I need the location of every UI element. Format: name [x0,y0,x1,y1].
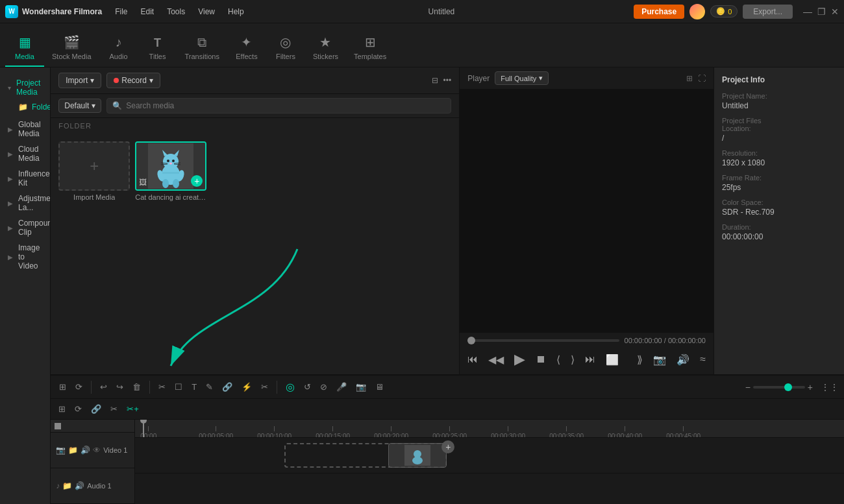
timeline-fx-button[interactable]: ⚡ [238,380,255,394]
zoom-in-icon[interactable]: + [808,382,813,392]
sidebar-folder[interactable]: 📁 Folder [0,100,50,114]
tab-stickers[interactable]: ★ Stickers [305,30,346,67]
tl-sub-cut-button[interactable]: ✂ [108,403,120,415]
timeline-group-button[interactable]: 🔗 [219,380,236,394]
sidebar-item-influence-kit[interactable]: ▶ Influence Kit [0,166,50,191]
sidebar-item-global-media[interactable]: ▶ Global Media [0,117,50,141]
timeline-crop-button[interactable]: ☐ [171,380,186,394]
folder-icon: 📁 [18,102,28,112]
menu-file[interactable]: File [110,6,132,18]
player-progress-thumb[interactable] [467,337,475,344]
play-button[interactable]: ▶ [514,351,525,368]
timeline-mic-button[interactable]: 🎤 [333,380,350,394]
timeline-more-icon[interactable]: ⋮⋮ [821,382,839,392]
player-progress-bar[interactable] [467,339,619,342]
timeline-loop-button[interactable]: ↺ [301,380,314,394]
cat-clip-thumb[interactable]: 🖼 + [135,141,206,191]
mark-out-button[interactable]: ⟩ [571,354,575,366]
audio1-icon[interactable]: ♪ [56,481,60,490]
audio-button[interactable]: 🔊 [676,354,689,366]
import-thumb[interactable]: + [58,141,130,191]
sidebar-item-image-to-video[interactable]: ▶ Image to Video [0,240,50,274]
playhead-head[interactable] [140,420,147,424]
tab-transitions[interactable]: ⧉ Transitions [177,31,227,67]
timeline-marker-button[interactable]: ⊘ [317,380,330,394]
menu-view[interactable]: View [193,6,220,18]
playhead[interactable] [143,420,144,437]
audio-track-icon[interactable]: 🔊 [81,446,90,455]
timeline-delete-button[interactable]: 🗑 [129,380,144,394]
camera-track-icon[interactable]: 📷 [56,446,66,455]
eye-track-icon[interactable]: 👁 [93,446,101,455]
settings-button[interactable]: ≈ [700,354,706,365]
mark-in-button[interactable]: ⟨ [556,354,560,366]
playhead-handle[interactable] [55,423,61,429]
fullscreen-icon[interactable]: ⛶ [698,74,706,83]
stop-button[interactable]: ⏹ [536,354,546,365]
tab-effects[interactable]: ✦ Effects [227,30,266,67]
tab-templates[interactable]: ⊞ Templates [346,30,394,67]
cat-clip-item[interactable]: 🖼 + Cat dancing ai created... [135,141,206,201]
timeline-undo-button[interactable]: ↩ [97,380,110,394]
tab-titles[interactable]: T Titles [138,32,177,67]
audio1-volume-icon[interactable]: 🔊 [75,481,84,490]
quality-select[interactable]: Full Quality ▾ [495,71,549,85]
zoom-slider[interactable] [753,386,805,389]
search-input[interactable] [126,101,445,110]
timeline-speed-button[interactable]: ◎ [282,379,298,395]
timeline-redo-button[interactable]: ↪ [113,380,127,394]
prev-frame-button[interactable]: ⏮ [467,354,478,365]
lock-track-icon[interactable]: 📁 [68,446,78,455]
timeline-cut-button[interactable]: ✂ [155,380,169,394]
timeline-text-button[interactable]: T [188,380,200,394]
sidebar-item-cloud-media[interactable]: ▶ Cloud Media [0,141,50,166]
audio1-track-row [135,474,844,504]
add-marker-button[interactable]: ⟫ [637,354,643,366]
import-media-item[interactable]: + Import Media [58,141,130,201]
timeline-camera-button[interactable]: 📷 [353,380,369,394]
user-avatar[interactable] [689,4,705,19]
default-select[interactable]: Default ▾ [58,99,101,113]
tl-sub-ripple-button[interactable]: ✂+ [124,403,142,415]
player-timeline: 00:00:00:00 / 00:00:00:00 ⏮ ◀◀ ▶ ⏹ ⟨ ⟩ ⏭ [460,333,714,374]
project-files-value: / [722,134,836,143]
rewind-button[interactable]: ◀◀ [488,354,504,366]
menu-tools[interactable]: Tools [162,6,190,18]
tl-sub-grid-button[interactable]: ⊞ [56,403,68,415]
export-button[interactable]: Export... [743,5,793,19]
media-more-icon[interactable]: ••• [443,76,452,85]
sidebar-item-compound-clip[interactable]: ▶ Compound Clip [0,215,50,240]
next-frame-button[interactable]: ⏭ [585,354,595,365]
close-button[interactable]: ✕ [831,6,839,17]
maximize-button[interactable]: ❐ [817,6,826,17]
sidebar-item-project-media[interactable]: ▾ Project Media [0,75,50,100]
timeline-screen-button[interactable]: 🖥 [372,380,387,394]
tab-audio[interactable]: ♪ Audio [99,31,138,67]
tl-sub-refresh-button[interactable]: ⟳ [72,403,84,415]
audio1-folder-icon[interactable]: 📁 [62,481,72,490]
tab-media[interactable]: ▦ Media [5,30,44,67]
import-button[interactable]: Import ▾ [58,73,101,88]
timeline-paint-button[interactable]: ✎ [203,380,216,394]
record-button[interactable]: Record ▾ [106,73,160,88]
grid-view-icon[interactable]: ⊞ [686,74,693,83]
tab-filters[interactable]: ◎ Filters [266,30,305,67]
timeline-add-track-button[interactable]: ⊞ [56,380,69,394]
menu-help[interactable]: Help [223,6,249,18]
clip-add-button[interactable]: + [191,175,203,187]
purchase-button[interactable]: Purchase [634,5,684,19]
add-clip-button[interactable]: + [441,440,454,453]
timeline-magnet-button[interactable]: ⟳ [72,380,86,394]
media-filter-icon[interactable]: ⊟ [432,76,438,85]
menu-edit[interactable]: Edit [135,6,159,18]
crop-button[interactable]: ⬜ [606,354,619,366]
snapshot-button[interactable]: 📷 [653,354,666,366]
tab-stock-media[interactable]: 🎬 Stock Media [44,30,99,67]
sidebar-item-adjustment[interactable]: ▶ Adjustment La... [0,191,50,215]
minimize-button[interactable]: — [803,6,812,17]
zoom-thumb[interactable] [784,383,792,391]
timeline-split-button[interactable]: ✂ [258,380,271,394]
tl-sub-link-button[interactable]: 🔗 [88,403,104,415]
zoom-out-icon[interactable]: − [745,382,751,392]
media-toolbar-right: ⊟ ••• [432,76,452,85]
